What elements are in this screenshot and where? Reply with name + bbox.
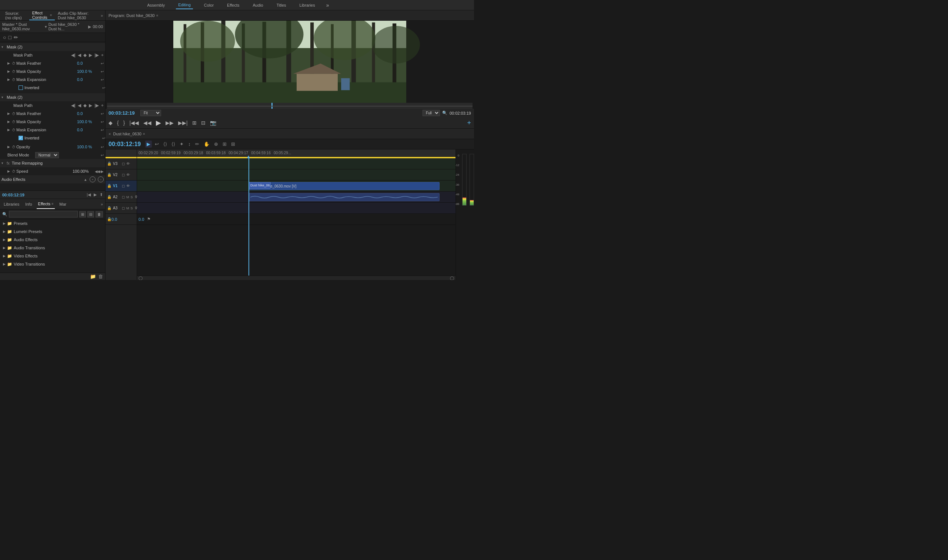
effects-tab-menu-icon[interactable]: ≡ bbox=[51, 202, 53, 206]
effect-controls-menu-icon[interactable]: ≡ bbox=[50, 13, 52, 17]
panel-tabs-more[interactable]: » bbox=[101, 13, 103, 18]
mask1-expansion-value[interactable]: 0.0 bbox=[77, 77, 99, 82]
track-v1-camera[interactable]: ◻ bbox=[122, 184, 125, 188]
mask2-expansion-value[interactable]: 0.0 bbox=[77, 128, 99, 132]
mask2-opacity-stopwatch[interactable]: ⏱ bbox=[11, 120, 16, 124]
track-v3-lock[interactable]: 🔒 bbox=[107, 162, 111, 166]
track-a2-m[interactable]: M bbox=[126, 195, 129, 199]
mask2-feather-value[interactable]: 0.0 bbox=[77, 111, 99, 116]
ec-bottom-play[interactable]: ▶ bbox=[94, 192, 97, 197]
mask1-feather-value[interactable]: 0.0 bbox=[77, 61, 99, 65]
nav-audio[interactable]: Audio bbox=[251, 2, 266, 9]
mask2-feather-reset[interactable]: ↩ bbox=[101, 112, 104, 116]
tl-scroll-right[interactable]: ◯ bbox=[450, 276, 454, 280]
mask2-options[interactable]: ⌖ bbox=[101, 103, 104, 108]
pm-export-frame-btn[interactable]: 📷 bbox=[210, 120, 216, 126]
ec-rect-tool[interactable]: □ bbox=[8, 34, 11, 40]
speed-expand[interactable]: ▶ bbox=[8, 169, 11, 173]
tab-effect-controls[interactable]: Effect Controls ≡ bbox=[29, 10, 55, 20]
track-v2-camera[interactable]: ◻ bbox=[122, 173, 125, 177]
mask1-inverted-checkbox[interactable] bbox=[19, 85, 23, 90]
nav-effects[interactable]: Effects bbox=[225, 2, 241, 9]
pm-play-btn[interactable]: ▶ bbox=[156, 119, 161, 127]
speed-prev-kf[interactable]: ◀ bbox=[95, 169, 98, 174]
ep-tab-info[interactable]: Info bbox=[24, 199, 33, 209]
opacity-stopwatch[interactable]: ⏱ bbox=[11, 145, 16, 149]
nav-libraries[interactable]: Libraries bbox=[297, 2, 317, 9]
tab-source[interactable]: Source: (no clips) bbox=[2, 10, 29, 20]
mask1-opacity-expand[interactable]: ▶ bbox=[8, 69, 11, 73]
tl-lift-tool[interactable]: ↕ bbox=[187, 140, 192, 148]
track-v3-eye[interactable]: 👁 bbox=[126, 162, 130, 166]
tl-in-out-tool[interactable]: ⟨⟩ bbox=[162, 140, 168, 148]
ec-bottom-export[interactable]: ⬆ bbox=[100, 192, 103, 197]
mask1-feather-stopwatch[interactable]: ⏱ bbox=[11, 62, 16, 65]
ep-grid-btn[interactable]: ⊟ bbox=[87, 211, 94, 217]
track-v1-lock[interactable]: 🔒 bbox=[107, 184, 111, 188]
tl-search-tool[interactable]: ⊕ bbox=[213, 140, 219, 148]
pm-overwrite-btn[interactable]: ⊟ bbox=[201, 120, 205, 126]
track-a3-m[interactable]: M bbox=[126, 206, 129, 210]
pm-in-point-btn[interactable]: { bbox=[117, 120, 119, 126]
pm-zoom-icon[interactable]: 🔍 bbox=[442, 111, 447, 115]
speed-value[interactable]: 100.00% bbox=[73, 169, 95, 174]
mask2-opacity-expand[interactable]: ▶ bbox=[8, 120, 11, 123]
mask2-header[interactable]: ▾ Mask (2) bbox=[0, 93, 105, 102]
mask2-expansion-reset[interactable]: ↩ bbox=[101, 128, 104, 132]
track-v3-camera[interactable]: ◻ bbox=[122, 162, 125, 166]
tab-audio-mixer[interactable]: Audio Clip Mixer: Dust hike_0630 bbox=[55, 10, 101, 20]
nav-assembly[interactable]: Assembly bbox=[145, 2, 167, 9]
mask1-prev-frame[interactable]: ◀| bbox=[71, 52, 76, 58]
mask2-feather-stopwatch[interactable]: ⏱ bbox=[11, 112, 16, 116]
mask2-next-kf[interactable]: ▶ bbox=[89, 103, 92, 108]
ec-ellipse-tool[interactable]: ○ bbox=[3, 34, 6, 40]
ec-dropdown-icon[interactable]: ▾ bbox=[45, 25, 47, 29]
pm-add-btn[interactable]: + bbox=[467, 119, 471, 127]
ep-tabs-more[interactable]: » bbox=[101, 202, 103, 206]
pm-fast-fwd-btn[interactable]: ▶▶ bbox=[165, 120, 174, 126]
ep-tab-markers[interactable]: Mar bbox=[58, 199, 68, 209]
tl-hand-tool[interactable]: ✋ bbox=[202, 140, 211, 148]
nav-color[interactable]: Color bbox=[202, 2, 216, 9]
ep-trash-btn[interactable]: 🗑 bbox=[96, 211, 103, 217]
pm-marker-btn[interactable]: ◆ bbox=[108, 120, 113, 126]
mask2-opacity-value[interactable]: 100.0 % bbox=[77, 120, 99, 124]
clip-v1-main[interactable]: fx Dust hike_0630.mov [V] bbox=[249, 182, 440, 190]
ep-item-audio-transitions[interactable]: ▶ 📁 Audio Transitions bbox=[0, 244, 105, 252]
tl-multi-tool[interactable]: ✦ bbox=[178, 140, 185, 148]
mask2-add-kf[interactable]: ◆ bbox=[83, 103, 86, 108]
opacity-value[interactable]: 100.0 % bbox=[77, 145, 99, 149]
track-v2-lock[interactable]: 🔒 bbox=[107, 173, 111, 177]
pm-menu-icon[interactable]: ≡ bbox=[156, 14, 158, 17]
ep-delete-icon[interactable]: 🗑 bbox=[98, 274, 103, 279]
audio-effects-collapse[interactable]: ▴ bbox=[85, 177, 86, 182]
ec-bottom-prev[interactable]: |◀ bbox=[86, 192, 91, 197]
mask2-next-frame[interactable]: |▶ bbox=[94, 103, 99, 108]
track-a3-lock[interactable]: 🔒 bbox=[107, 206, 111, 210]
mask1-expansion-expand[interactable]: ▶ bbox=[8, 78, 11, 82]
blend-mode-reset[interactable]: ↩ bbox=[101, 153, 104, 157]
ep-item-video-effects[interactable]: ▶ 📁 Video Effects bbox=[0, 252, 105, 260]
ep-tab-effects[interactable]: Effects ≡ bbox=[37, 199, 55, 209]
tl-undo-tool[interactable]: ↩ bbox=[153, 140, 161, 148]
nav-titles[interactable]: Titles bbox=[275, 2, 289, 9]
audio-effects-header[interactable]: Audio Effects ▴ + ○ bbox=[0, 175, 105, 183]
pm-step-back-btn[interactable]: ◀◀ bbox=[143, 120, 151, 126]
track-a2-camera[interactable]: ◻ bbox=[122, 195, 125, 199]
mask1-header[interactable]: ▾ Mask (2) bbox=[0, 43, 105, 51]
track-a3-camera[interactable]: ◻ bbox=[122, 206, 125, 210]
time-remapping-header[interactable]: ▾ fx Time Remapping bbox=[0, 159, 105, 167]
track-vol-lock[interactable]: 🔒 bbox=[107, 217, 111, 221]
pm-out-point-btn[interactable]: } bbox=[123, 120, 125, 126]
nav-more[interactable]: » bbox=[326, 2, 329, 8]
mask1-next-kf[interactable]: ▶ bbox=[89, 52, 92, 58]
mask1-inverted-reset[interactable]: ↩ bbox=[102, 86, 105, 90]
mask1-feather-expand[interactable]: ▶ bbox=[8, 62, 11, 65]
ep-new-folder-btn[interactable]: ⊞ bbox=[79, 211, 86, 217]
pm-quality-select[interactable]: Full1/21/4 bbox=[423, 110, 440, 116]
mask1-add-kf[interactable]: ◆ bbox=[83, 52, 86, 58]
speed-next-kf[interactable]: ▶ bbox=[101, 169, 104, 174]
speed-stopwatch[interactable]: ⏱ bbox=[11, 169, 16, 174]
blend-mode-select[interactable]: Normal Multiply Screen bbox=[35, 152, 59, 158]
tl-scrollbar[interactable]: ◯ ◯ bbox=[137, 275, 455, 280]
